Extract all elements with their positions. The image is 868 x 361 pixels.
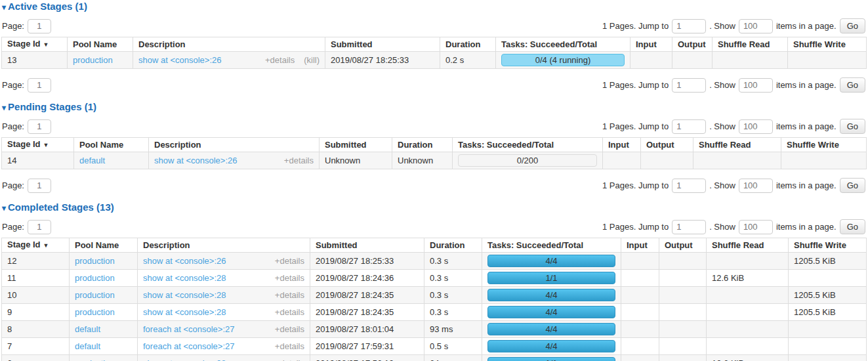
col-description[interactable]: Description	[149, 138, 320, 152]
details-toggle[interactable]: +details	[275, 325, 304, 334]
shuffle-write-cell: 1205.5 KiB	[789, 304, 867, 321]
col-duration[interactable]: Duration	[440, 37, 496, 52]
details-toggle[interactable]: +details	[275, 257, 304, 266]
col-shuffle-read[interactable]: Shuffle Read	[707, 238, 789, 253]
jump-to-input[interactable]	[672, 179, 706, 193]
details-toggle[interactable]: +details	[275, 291, 304, 300]
stage-description-link[interactable]: show at <console>:26	[154, 156, 237, 165]
col-shuffle-write[interactable]: Shuffle Write	[789, 238, 867, 253]
stage-description-link[interactable]: show at <console>:26	[138, 56, 221, 65]
go-button[interactable]: Go	[840, 18, 865, 33]
section-title-pending-stages[interactable]: ▾Pending Stages (1)	[2, 102, 867, 113]
pool-name-link[interactable]: default	[75, 341, 100, 351]
stage-description-link[interactable]: show at <console>:28	[143, 359, 226, 361]
active-stages-title-label: Active Stages (1)	[8, 1, 87, 12]
go-button[interactable]: Go	[840, 77, 865, 93]
page-input[interactable]	[28, 220, 51, 234]
jump-to-input[interactable]	[672, 220, 706, 234]
progress-label: 4/4	[488, 324, 615, 335]
show-count-input[interactable]	[739, 220, 773, 234]
col-tasks[interactable]: Tasks: Succeeded/Total	[482, 238, 621, 253]
col-submitted[interactable]: Submitted	[325, 37, 440, 52]
col-pool-name[interactable]: Pool Name	[74, 138, 149, 152]
pool-name-link[interactable]: production	[75, 273, 115, 283]
col-shuffle-write[interactable]: Shuffle Write	[788, 37, 867, 52]
go-button[interactable]: Go	[840, 178, 865, 193]
col-duration[interactable]: Duration	[424, 238, 482, 253]
show-count-input[interactable]	[739, 179, 773, 193]
col-pool-name[interactable]: Pool Name	[70, 238, 138, 253]
stage-description-link[interactable]: show at <console>:28	[143, 308, 226, 317]
col-shuffle-read[interactable]: Shuffle Read	[713, 37, 788, 52]
show-count-input[interactable]	[739, 19, 773, 33]
details-toggle[interactable]: +details	[275, 359, 304, 361]
input-cell	[621, 321, 659, 338]
duration-cell: 0.5 s	[424, 338, 482, 355]
col-shuffle-write[interactable]: Shuffle Write	[781, 138, 867, 152]
items-label: items in a page.	[776, 80, 837, 90]
stage-id-cell: 11	[2, 270, 70, 287]
pages-info-label: 1 Pages. Jump to	[602, 80, 669, 90]
col-tasks[interactable]: Tasks: Succeeded/Total	[453, 138, 603, 152]
col-stage-id[interactable]: Stage Id▼	[2, 138, 74, 152]
col-submitted[interactable]: Submitted	[320, 138, 392, 152]
page-input[interactable]	[28, 119, 51, 134]
col-input[interactable]: Input	[603, 138, 641, 152]
details-toggle[interactable]: +details	[275, 274, 304, 283]
show-count-input[interactable]	[739, 78, 773, 93]
stage-description-link[interactable]: show at <console>:28	[143, 291, 226, 300]
output-cell	[659, 304, 707, 321]
pool-name-link[interactable]: production	[75, 358, 115, 361]
pool-name-link[interactable]: default	[79, 156, 105, 165]
col-input[interactable]: Input	[630, 37, 672, 52]
pool-name-link[interactable]: production	[75, 290, 115, 300]
jump-to-input[interactable]	[672, 19, 706, 33]
collapse-arrow-icon: ▾	[2, 103, 6, 112]
details-toggle[interactable]: +details	[275, 308, 304, 317]
col-submitted[interactable]: Submitted	[310, 238, 424, 253]
details-toggle[interactable]: +details	[265, 56, 295, 65]
stage-id-cell: 6	[2, 355, 70, 361]
col-output[interactable]: Output	[641, 138, 693, 152]
col-pool-name[interactable]: Pool Name	[68, 37, 133, 52]
col-output[interactable]: Output	[659, 238, 707, 253]
stage-description-link[interactable]: foreach at <console>:27	[143, 325, 235, 334]
shuffle-read-cell: 12.6 KiB	[707, 270, 789, 287]
shuffle-write-cell	[789, 338, 867, 355]
pool-name-link[interactable]: production	[73, 55, 113, 65]
col-description[interactable]: Description	[138, 238, 310, 253]
show-count-input[interactable]	[739, 119, 773, 134]
col-shuffle-read[interactable]: Shuffle Read	[693, 138, 781, 152]
col-description[interactable]: Description	[133, 37, 325, 52]
stage-description-link[interactable]: show at <console>:26	[143, 257, 226, 266]
go-button[interactable]: Go	[840, 119, 865, 134]
col-stage-id[interactable]: Stage Id▼	[2, 37, 68, 52]
section-title-active-stages[interactable]: ▾Active Stages (1)	[2, 1, 867, 12]
sort-desc-icon: ▼	[43, 242, 49, 249]
kill-link[interactable]: (kill)	[304, 56, 320, 65]
section-title-completed-stages[interactable]: ▾Completed Stages (13)	[2, 202, 867, 213]
pool-name-link[interactable]: production	[75, 256, 115, 266]
active-pagination-top: Page: 1 Pages. Jump to . Show items in a…	[2, 18, 866, 33]
stage-description-link[interactable]: show at <console>:28	[143, 274, 226, 283]
col-duration[interactable]: Duration	[392, 138, 453, 152]
col-output[interactable]: Output	[672, 37, 713, 52]
page-input[interactable]	[28, 78, 51, 93]
input-cell	[621, 253, 659, 270]
details-toggle[interactable]: +details	[275, 342, 304, 351]
stage-description-link[interactable]: foreach at <console>:27	[143, 342, 235, 351]
col-input[interactable]: Input	[621, 238, 659, 253]
details-toggle[interactable]: +details	[284, 156, 314, 165]
page-input[interactable]	[28, 179, 51, 193]
show-label: . Show	[709, 180, 735, 190]
tasks-progress-bar: 4/4	[487, 255, 615, 267]
pool-name-link[interactable]: production	[75, 307, 115, 317]
jump-to-input[interactable]	[672, 119, 706, 134]
go-button[interactable]: Go	[840, 219, 865, 234]
pool-name-link[interactable]: default	[75, 324, 100, 334]
jump-to-input[interactable]	[672, 78, 706, 93]
shuffle-write-cell	[788, 52, 867, 69]
col-stage-id[interactable]: Stage Id▼	[2, 238, 70, 253]
page-input[interactable]	[28, 19, 51, 33]
col-tasks[interactable]: Tasks: Succeeded/Total	[496, 37, 630, 52]
